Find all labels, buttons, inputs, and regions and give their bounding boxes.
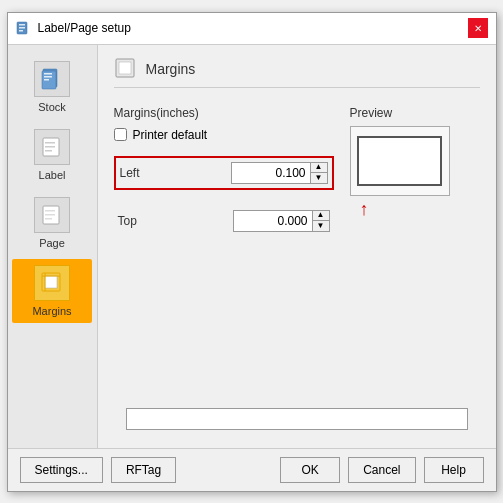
svg-rect-3	[19, 30, 23, 32]
printer-default-label: Printer default	[133, 128, 208, 142]
dialog-title: Label/Page setup	[38, 21, 131, 35]
settings-button[interactable]: Settings...	[20, 457, 103, 483]
sidebar-item-stock[interactable]: Stock	[12, 55, 92, 119]
top-spinner-down[interactable]: ▼	[313, 221, 329, 231]
left-input-group: ▲ ▼	[231, 162, 328, 184]
top-field-row: Top ▲ ▼	[114, 204, 334, 238]
top-spinner: ▲ ▼	[313, 210, 330, 232]
svg-rect-6	[44, 73, 52, 75]
preview-label: Preview	[350, 106, 480, 120]
svg-rect-1	[19, 24, 25, 26]
sidebar-stock-label: Stock	[38, 101, 66, 113]
left-spinner: ▲ ▼	[311, 162, 328, 184]
help-button[interactable]: Help	[424, 457, 484, 483]
rftag-button[interactable]: RFTag	[111, 457, 176, 483]
content-area: Margins(inches) Printer default Left ▲	[114, 106, 480, 392]
svg-rect-10	[45, 142, 55, 144]
dialog-footer: Settings... RFTag OK Cancel Help	[8, 448, 496, 491]
margins-inches-label: Margins(inches)	[114, 106, 334, 120]
section-margins-icon	[114, 57, 138, 81]
svg-rect-18	[45, 276, 57, 288]
bottom-bar	[114, 402, 480, 436]
printer-default-checkbox[interactable]	[114, 128, 127, 141]
preview-box	[350, 126, 450, 196]
left-spinner-up[interactable]: ▲	[311, 163, 327, 173]
dialog-body: Stock Label	[8, 45, 496, 448]
ok-button[interactable]: OK	[280, 457, 340, 483]
close-button[interactable]: ✕	[468, 18, 488, 38]
svg-rect-12	[45, 150, 52, 152]
left-field-label: Left	[120, 166, 180, 180]
top-value-input[interactable]	[233, 210, 313, 232]
preview-arrow-container: ↑	[350, 200, 480, 218]
bottom-input-field[interactable]	[126, 408, 468, 430]
svg-rect-11	[45, 146, 55, 148]
label-page-setup-dialog: Label/Page setup ✕ Stock	[7, 12, 497, 492]
section-title: Margins	[146, 61, 196, 77]
printer-default-row: Printer default	[114, 128, 334, 142]
svg-rect-2	[19, 27, 25, 29]
svg-rect-8	[44, 79, 49, 81]
svg-rect-7	[44, 76, 52, 78]
margins-icon	[34, 265, 70, 301]
svg-rect-22	[119, 62, 131, 74]
cancel-button[interactable]: Cancel	[348, 457, 415, 483]
sidebar-label-label: Label	[39, 169, 66, 181]
sidebar: Stock Label	[8, 45, 98, 448]
sidebar-page-label: Page	[39, 237, 65, 249]
left-value-input[interactable]	[231, 162, 311, 184]
app-icon	[16, 20, 32, 36]
stock-icon	[34, 61, 70, 97]
right-panel: Preview ↑	[350, 106, 480, 392]
title-bar-left: Label/Page setup	[16, 20, 131, 36]
top-spinner-up[interactable]: ▲	[313, 211, 329, 221]
sidebar-item-margins[interactable]: Margins	[12, 259, 92, 323]
left-spinner-down[interactable]: ▼	[311, 173, 327, 183]
sidebar-margins-label: Margins	[32, 305, 71, 317]
left-panel: Margins(inches) Printer default Left ▲	[114, 106, 334, 392]
main-content: Margins Margins(inches) Printer default …	[98, 45, 496, 448]
top-field-label: Top	[118, 214, 178, 228]
page-icon	[34, 197, 70, 233]
label-icon	[34, 129, 70, 165]
sidebar-item-page[interactable]: Page	[12, 191, 92, 255]
svg-rect-16	[45, 218, 52, 220]
top-input-group: ▲ ▼	[233, 210, 330, 232]
svg-rect-14	[45, 210, 55, 212]
title-bar: Label/Page setup ✕	[8, 13, 496, 45]
sidebar-item-label[interactable]: Label	[12, 123, 92, 187]
section-header: Margins	[114, 57, 480, 88]
left-field-row: Left ▲ ▼	[114, 156, 334, 190]
preview-inner	[357, 136, 442, 186]
preview-arrow-up: ↑	[360, 200, 369, 218]
svg-rect-15	[45, 214, 55, 216]
